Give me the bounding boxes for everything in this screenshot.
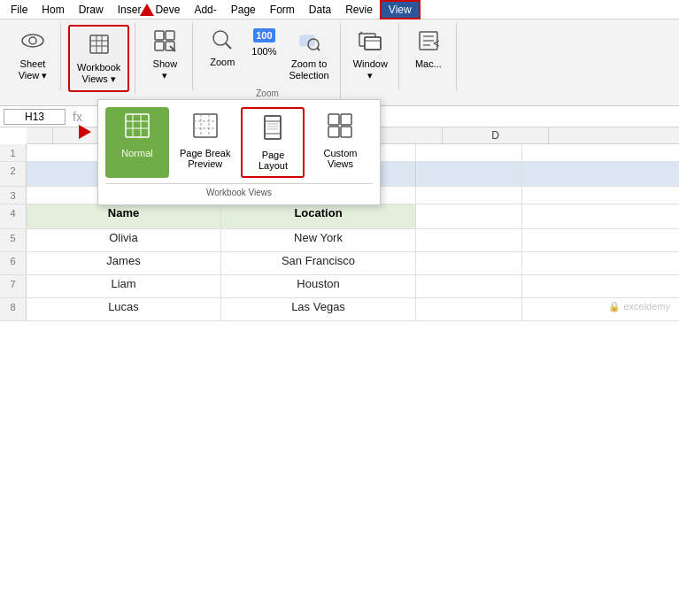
zoom-buttons: Zoom 100 100% Zoom toSelection: [200, 25, 334, 85]
macros-label: Mac...: [415, 58, 442, 70]
header-name[interactable]: Name: [27, 204, 221, 228]
menu-home[interactable]: Hom: [35, 2, 71, 18]
col-header-d: D: [443, 127, 549, 143]
row-num-3: 3: [0, 187, 27, 204]
svg-line-13: [226, 43, 231, 49]
show-buttons: Show▾: [143, 25, 187, 89]
zoom-selection-button[interactable]: Zoom toSelection: [283, 25, 334, 85]
ribbon-group-workbook-views: WorkbookViews ▾: [63, 23, 135, 94]
menu-bar: File Hom Draw Inser Deve Add- Page Form …: [0, 0, 679, 19]
svg-rect-38: [265, 116, 281, 139]
svg-rect-8: [166, 31, 174, 40]
zoom100-label: 100%: [251, 46, 276, 58]
workbook-views-button[interactable]: WorkbookViews ▾: [72, 28, 126, 89]
svg-rect-28: [126, 114, 149, 137]
menu-file[interactable]: File: [4, 2, 35, 18]
cell-8b[interactable]: Lucas: [27, 298, 221, 320]
watermark: 🔒 exceldemy: [608, 301, 670, 312]
zoom100-badge: 100: [253, 28, 274, 42]
col-header-empty: [27, 127, 53, 143]
dropdown-page-break[interactable]: Page BreakPreview: [173, 107, 237, 178]
svg-rect-2: [90, 35, 108, 53]
ribbon-group-macros: Mac...: [401, 23, 457, 90]
cell-4d[interactable]: [416, 204, 522, 228]
dropdown-items: Normal Page BreakPreview: [105, 107, 373, 178]
ribbon-group-sheet-view: SheetView ▾: [5, 23, 61, 90]
zoom-button[interactable]: Zoom: [200, 25, 244, 72]
cell-8d[interactable]: [416, 298, 522, 320]
show-button[interactable]: Show▾: [143, 25, 187, 85]
zoom100-button[interactable]: 100 100%: [246, 25, 282, 61]
macros-button[interactable]: Mac...: [406, 25, 451, 73]
dropdown-page-break-label: Page BreakPreview: [180, 148, 230, 169]
zoom-selection-icon: [297, 28, 321, 57]
svg-rect-48: [341, 127, 351, 137]
cell-5b[interactable]: Olivia: [27, 229, 221, 251]
workbook-views-highlight-box: WorkbookViews ▾: [68, 25, 129, 92]
cell-7d[interactable]: [416, 275, 522, 297]
cell-5c[interactable]: New York: [221, 229, 416, 251]
cell-1d[interactable]: [416, 144, 522, 161]
window-buttons: Window▾: [348, 25, 393, 89]
window-button[interactable]: Window▾: [348, 25, 393, 85]
menu-draw[interactable]: Draw: [72, 2, 111, 18]
cell-5d[interactable]: [416, 229, 522, 251]
menu-addins[interactable]: Add-: [187, 2, 223, 18]
cell-2d[interactable]: [416, 162, 522, 186]
svg-rect-45: [328, 114, 339, 125]
arrow-up-annotation: [140, 4, 154, 16]
row-num-6: 6: [0, 252, 27, 274]
menu-page[interactable]: Page: [224, 2, 263, 18]
dropdown-page-layout[interactable]: PageLayout: [241, 107, 305, 178]
table-row: 6 James San Francisco: [0, 252, 679, 275]
sheet-view-buttons: SheetView ▾: [11, 25, 55, 89]
menu-data[interactable]: Data: [302, 2, 338, 18]
header-location[interactable]: Location: [221, 204, 416, 228]
svg-rect-7: [155, 31, 164, 40]
ribbon-group-zoom: Zoom 100 100% Zoom toSelection Zoom: [195, 23, 340, 100]
cell-3d[interactable]: [416, 187, 522, 204]
svg-line-16: [317, 48, 320, 50]
dropdown-custom-views[interactable]: CustomViews: [308, 107, 372, 178]
svg-rect-14: [300, 35, 314, 46]
cell-7c[interactable]: Houston: [221, 275, 416, 297]
cell-8c[interactable]: Las Vegas: [221, 298, 416, 320]
dropdown-page-layout-label: PageLayout: [258, 150, 288, 171]
formula-divider: fx: [73, 110, 82, 124]
row-num-1: 1: [0, 144, 27, 161]
name-box[interactable]: [4, 109, 66, 125]
show-icon: [152, 28, 177, 57]
normal-icon: [124, 112, 150, 144]
window-icon: [358, 28, 382, 57]
svg-rect-9: [155, 42, 164, 50]
sheet-view-icon: [20, 28, 45, 57]
cell-6d[interactable]: [416, 252, 522, 274]
row-num-8: 8: [0, 298, 27, 320]
arrow-right-annotation: [79, 125, 91, 139]
svg-point-12: [213, 31, 228, 45]
dropdown-normal-label: Normal: [121, 148, 152, 158]
show-label: Show▾: [153, 58, 178, 81]
table-row: 8 Lucas Las Vegas: [0, 298, 679, 321]
workbook-views-dropdown: Normal Page BreakPreview: [97, 99, 381, 205]
table-row: 4 Name Location: [0, 204, 679, 229]
zoom-icon: [211, 28, 234, 55]
ribbon-group-window: Window▾: [343, 23, 399, 90]
watermark-text: 🔒 exceldemy: [608, 301, 670, 312]
menu-view[interactable]: View: [380, 0, 421, 19]
row-num-2: 2: [0, 162, 27, 186]
cell-6c[interactable]: San Francisco: [221, 252, 416, 274]
dropdown-normal[interactable]: Normal: [105, 107, 169, 178]
zoom-selection-label: Zoom toSelection: [289, 58, 328, 81]
cell-6b[interactable]: James: [27, 252, 221, 274]
arrow-right-shape: [79, 125, 91, 139]
ribbon-group-show: Show▾: [137, 23, 193, 90]
row-num-5: 5: [0, 229, 27, 251]
page-break-icon: [192, 112, 219, 144]
dropdown-section-label: Workbook Views: [105, 183, 373, 197]
menu-formulas[interactable]: Form: [263, 2, 302, 18]
menu-review[interactable]: Revie: [338, 2, 380, 18]
cell-7b[interactable]: Liam: [27, 275, 221, 297]
arrow-up-shape: [140, 4, 154, 16]
sheet-view-button[interactable]: SheetView ▾: [11, 25, 55, 85]
